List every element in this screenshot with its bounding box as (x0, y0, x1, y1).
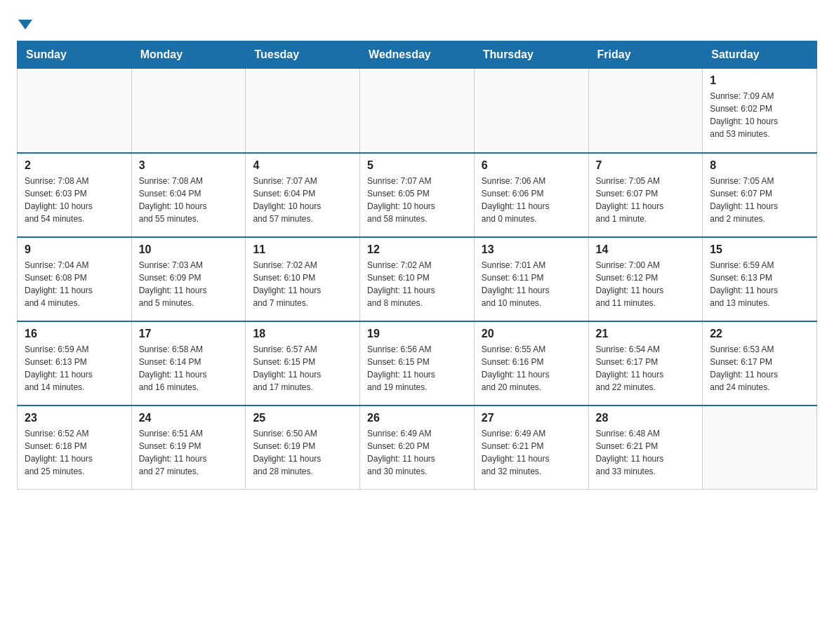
calendar-cell: 25Sunrise: 6:50 AM Sunset: 6:19 PM Dayli… (246, 405, 360, 490)
calendar-cell: 16Sunrise: 6:59 AM Sunset: 6:13 PM Dayli… (18, 321, 132, 405)
day-info: Sunrise: 6:53 AM Sunset: 6:17 PM Dayligh… (710, 343, 809, 394)
day-info: Sunrise: 6:50 AM Sunset: 6:19 PM Dayligh… (253, 427, 352, 478)
day-of-week-header: Wednesday (360, 41, 475, 69)
calendar-cell: 3Sunrise: 7:08 AM Sunset: 6:04 PM Daylig… (131, 153, 246, 237)
calendar-cell: 21Sunrise: 6:54 AM Sunset: 6:17 PM Dayli… (588, 321, 703, 405)
day-number: 28 (596, 412, 696, 424)
calendar-cell: 14Sunrise: 7:00 AM Sunset: 6:12 PM Dayli… (588, 237, 703, 321)
calendar-cell: 4Sunrise: 7:07 AM Sunset: 6:04 PM Daylig… (246, 153, 360, 237)
day-of-week-header: Tuesday (246, 41, 360, 69)
day-number: 25 (253, 412, 352, 424)
calendar-cell: 12Sunrise: 7:02 AM Sunset: 6:10 PM Dayli… (360, 237, 475, 321)
day-info: Sunrise: 6:48 AM Sunset: 6:21 PM Dayligh… (596, 427, 696, 478)
day-info: Sunrise: 6:57 AM Sunset: 6:15 PM Dayligh… (253, 343, 352, 394)
calendar-week-row: 2Sunrise: 7:08 AM Sunset: 6:03 PM Daylig… (18, 153, 817, 237)
day-number: 14 (596, 243, 696, 256)
calendar-cell: 5Sunrise: 7:07 AM Sunset: 6:05 PM Daylig… (360, 153, 475, 237)
day-number: 26 (367, 412, 467, 424)
calendar-cell (474, 69, 588, 153)
day-number: 1 (710, 74, 809, 87)
day-number: 10 (139, 243, 239, 256)
day-info: Sunrise: 7:05 AM Sunset: 6:07 PM Dayligh… (710, 175, 809, 225)
day-number: 6 (482, 159, 581, 172)
calendar-cell (18, 69, 132, 153)
day-info: Sunrise: 7:05 AM Sunset: 6:07 PM Dayligh… (596, 175, 696, 225)
calendar-table: SundayMondayTuesdayWednesdayThursdayFrid… (17, 41, 817, 490)
calendar-cell: 9Sunrise: 7:04 AM Sunset: 6:08 PM Daylig… (18, 237, 132, 321)
day-number: 13 (482, 243, 581, 256)
day-info: Sunrise: 6:55 AM Sunset: 6:16 PM Dayligh… (482, 343, 581, 394)
day-info: Sunrise: 6:54 AM Sunset: 6:17 PM Dayligh… (596, 343, 696, 394)
day-info: Sunrise: 7:07 AM Sunset: 6:04 PM Dayligh… (253, 175, 352, 225)
day-number: 8 (710, 159, 809, 172)
day-of-week-header: Friday (588, 41, 703, 69)
calendar-cell: 2Sunrise: 7:08 AM Sunset: 6:03 PM Daylig… (18, 153, 132, 237)
day-info: Sunrise: 7:08 AM Sunset: 6:04 PM Dayligh… (139, 175, 239, 225)
page-header (17, 17, 817, 29)
day-of-week-header: Monday (131, 41, 246, 69)
calendar-cell: 13Sunrise: 7:01 AM Sunset: 6:11 PM Dayli… (474, 237, 588, 321)
day-number: 22 (710, 328, 809, 340)
day-of-week-header: Sunday (18, 41, 132, 69)
day-number: 19 (367, 328, 467, 340)
day-info: Sunrise: 6:49 AM Sunset: 6:20 PM Dayligh… (367, 427, 467, 478)
calendar-cell: 1Sunrise: 7:09 AM Sunset: 6:02 PM Daylig… (703, 69, 817, 153)
day-number: 4 (253, 159, 352, 172)
calendar-cell: 20Sunrise: 6:55 AM Sunset: 6:16 PM Dayli… (474, 321, 588, 405)
day-number: 27 (482, 412, 581, 424)
day-info: Sunrise: 7:09 AM Sunset: 6:02 PM Dayligh… (710, 90, 809, 140)
day-info: Sunrise: 7:06 AM Sunset: 6:06 PM Dayligh… (482, 175, 581, 225)
day-info: Sunrise: 7:04 AM Sunset: 6:08 PM Dayligh… (25, 259, 124, 309)
day-info: Sunrise: 6:51 AM Sunset: 6:19 PM Dayligh… (139, 427, 239, 478)
calendar-cell: 6Sunrise: 7:06 AM Sunset: 6:06 PM Daylig… (474, 153, 588, 237)
calendar-week-row: 1Sunrise: 7:09 AM Sunset: 6:02 PM Daylig… (18, 69, 817, 153)
day-info: Sunrise: 6:58 AM Sunset: 6:14 PM Dayligh… (139, 343, 239, 394)
day-info: Sunrise: 7:02 AM Sunset: 6:10 PM Dayligh… (253, 259, 352, 309)
day-info: Sunrise: 7:01 AM Sunset: 6:11 PM Dayligh… (482, 259, 581, 309)
day-info: Sunrise: 7:03 AM Sunset: 6:09 PM Dayligh… (139, 259, 239, 309)
day-info: Sunrise: 6:52 AM Sunset: 6:18 PM Dayligh… (25, 427, 124, 478)
day-number: 15 (710, 243, 809, 256)
day-number: 11 (253, 243, 352, 256)
calendar-cell: 27Sunrise: 6:49 AM Sunset: 6:21 PM Dayli… (474, 405, 588, 490)
calendar-cell: 26Sunrise: 6:49 AM Sunset: 6:20 PM Dayli… (360, 405, 475, 490)
calendar-cell (360, 69, 475, 153)
day-info: Sunrise: 7:07 AM Sunset: 6:05 PM Dayligh… (367, 175, 467, 225)
calendar-cell (131, 69, 246, 153)
calendar-cell: 7Sunrise: 7:05 AM Sunset: 6:07 PM Daylig… (588, 153, 703, 237)
day-info: Sunrise: 6:49 AM Sunset: 6:21 PM Dayligh… (482, 427, 581, 478)
calendar-cell: 15Sunrise: 6:59 AM Sunset: 6:13 PM Dayli… (703, 237, 817, 321)
day-number: 18 (253, 328, 352, 340)
calendar-cell: 28Sunrise: 6:48 AM Sunset: 6:21 PM Dayli… (588, 405, 703, 490)
calendar-cell: 22Sunrise: 6:53 AM Sunset: 6:17 PM Dayli… (703, 321, 817, 405)
day-info: Sunrise: 7:02 AM Sunset: 6:10 PM Dayligh… (367, 259, 467, 309)
calendar-cell: 19Sunrise: 6:56 AM Sunset: 6:15 PM Dayli… (360, 321, 475, 405)
day-info: Sunrise: 6:56 AM Sunset: 6:15 PM Dayligh… (367, 343, 467, 394)
day-number: 17 (139, 328, 239, 340)
calendar-week-row: 9Sunrise: 7:04 AM Sunset: 6:08 PM Daylig… (18, 237, 817, 321)
calendar-cell: 11Sunrise: 7:02 AM Sunset: 6:10 PM Dayli… (246, 237, 360, 321)
day-number: 3 (139, 159, 239, 172)
day-number: 23 (25, 412, 124, 424)
calendar-cell: 8Sunrise: 7:05 AM Sunset: 6:07 PM Daylig… (703, 153, 817, 237)
day-of-week-header: Thursday (474, 41, 588, 69)
day-info: Sunrise: 7:08 AM Sunset: 6:03 PM Dayligh… (25, 175, 124, 225)
logo-arrow-icon (18, 20, 32, 29)
day-info: Sunrise: 6:59 AM Sunset: 6:13 PM Dayligh… (710, 259, 809, 309)
day-number: 5 (367, 159, 467, 172)
day-number: 20 (482, 328, 581, 340)
calendar-cell (246, 69, 360, 153)
day-number: 21 (596, 328, 696, 340)
calendar-cell: 18Sunrise: 6:57 AM Sunset: 6:15 PM Dayli… (246, 321, 360, 405)
day-info: Sunrise: 6:59 AM Sunset: 6:13 PM Dayligh… (25, 343, 124, 394)
day-number: 16 (25, 328, 124, 340)
day-info: Sunrise: 7:00 AM Sunset: 6:12 PM Dayligh… (596, 259, 696, 309)
day-of-week-header: Saturday (703, 41, 817, 69)
day-number: 9 (25, 243, 124, 256)
calendar-cell: 10Sunrise: 7:03 AM Sunset: 6:09 PM Dayli… (131, 237, 246, 321)
logo (17, 17, 32, 29)
calendar-week-row: 23Sunrise: 6:52 AM Sunset: 6:18 PM Dayli… (18, 405, 817, 490)
day-number: 24 (139, 412, 239, 424)
calendar-cell: 24Sunrise: 6:51 AM Sunset: 6:19 PM Dayli… (131, 405, 246, 490)
calendar-cell: 17Sunrise: 6:58 AM Sunset: 6:14 PM Dayli… (131, 321, 246, 405)
